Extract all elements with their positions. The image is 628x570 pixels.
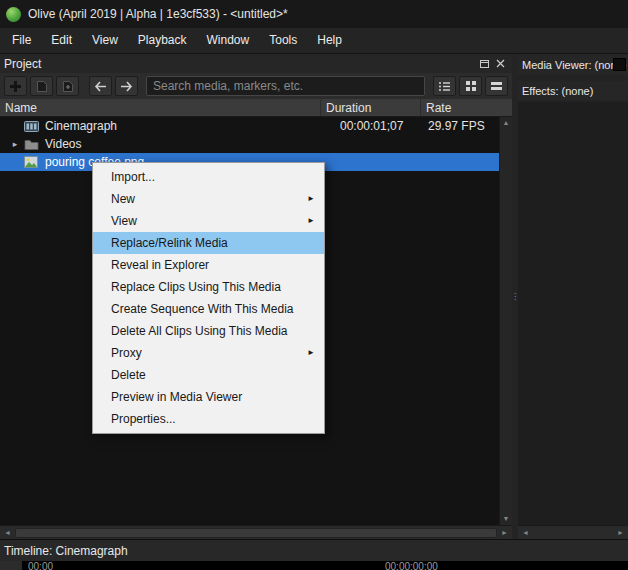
- submenu-arrow-icon: ►: [307, 217, 315, 225]
- column-header-rate[interactable]: Rate: [420, 99, 512, 116]
- window-title: Olive (April 2019 | Alpha | 1e3cf533) - …: [28, 7, 288, 21]
- file-icon: [36, 80, 48, 93]
- close-icon: [496, 59, 505, 68]
- sequence-icon: [24, 120, 39, 133]
- menu-item-preview-in-media-viewer[interactable]: Preview in Media Viewer: [93, 386, 324, 408]
- menu-item-replace-relink-media[interactable]: Replace/Relink Media: [93, 232, 324, 254]
- dock-buttons: [478, 57, 507, 70]
- project-toolbar: [0, 73, 512, 99]
- menu-item-proxy[interactable]: Proxy ►: [93, 342, 324, 364]
- forward-button[interactable]: [115, 76, 138, 96]
- name-cell: ▸ Videos: [0, 135, 320, 153]
- media-viewer-title: Media Viewer: (none): [522, 59, 626, 71]
- menu-file[interactable]: File: [2, 28, 41, 53]
- right-panel-scrollbar[interactable]: ◄ ►: [518, 525, 628, 539]
- timeline-ruler-corner: [0, 561, 22, 570]
- tree-view-button[interactable]: [433, 76, 456, 96]
- ruler-timecode-start: 00:00: [28, 561, 53, 570]
- menu-item-label: Replace/Relink Media: [111, 236, 228, 250]
- timeline-title: Timeline: Cinemagraph: [4, 544, 128, 558]
- menu-item-label: Reveal in Explorer: [111, 258, 209, 272]
- menu-item-label: Import...: [111, 170, 155, 184]
- project-panel-header: Project: [0, 54, 512, 73]
- horizontal-scrollbar[interactable]: ◄ ►: [0, 525, 512, 539]
- icon-view-button[interactable]: [459, 76, 482, 96]
- menu-item-delete-all-clips[interactable]: Delete All Clips Using This Media: [93, 320, 324, 342]
- close-panel-button[interactable]: [494, 57, 507, 70]
- arrow-right-icon: [120, 81, 133, 92]
- new-folder-button[interactable]: [56, 76, 79, 96]
- back-button[interactable]: [89, 76, 112, 96]
- menu-item-label: Preview in Media Viewer: [111, 390, 242, 404]
- arrow-left-icon: [94, 81, 107, 92]
- folder-icon: [24, 138, 39, 151]
- context-menu: Import... New ► View ► Replace/Relink Me…: [92, 162, 325, 434]
- expand-arrow[interactable]: ▸: [6, 139, 24, 149]
- menu-playback[interactable]: Playback: [128, 28, 197, 53]
- menu-item-view[interactable]: View ►: [93, 210, 324, 232]
- ruler-timecode-playhead: 00:00:00;00: [385, 561, 438, 570]
- scroll-up-icon[interactable]: ▲: [503, 119, 510, 127]
- media-row-videos[interactable]: ▸ Videos: [0, 135, 499, 153]
- float-panel-button[interactable]: [478, 57, 491, 70]
- menu-item-label: Create Sequence With This Media: [111, 302, 294, 316]
- effects-header: Effects: (none): [518, 81, 628, 100]
- plus-icon: [9, 80, 22, 93]
- name-cell: Cinemagraph: [0, 117, 320, 135]
- column-header-duration[interactable]: Duration: [320, 99, 420, 116]
- menu-item-label: Delete: [111, 368, 146, 382]
- menu-item-new[interactable]: New ►: [93, 188, 324, 210]
- menu-tools[interactable]: Tools: [259, 28, 307, 53]
- image-icon: [24, 156, 39, 169]
- menu-item-label: Proxy: [111, 346, 142, 360]
- media-viewer-body: [518, 102, 628, 525]
- search-input[interactable]: [146, 76, 425, 96]
- menu-item-create-sequence[interactable]: Create Sequence With This Media: [93, 298, 324, 320]
- menubar: File Edit View Playback Window Tools Hel…: [0, 28, 628, 54]
- submenu-arrow-icon: ►: [307, 195, 315, 203]
- menu-help[interactable]: Help: [307, 28, 352, 53]
- scroll-right-icon[interactable]: ►: [498, 527, 511, 539]
- column-header-row: Name Duration Rate: [0, 99, 512, 117]
- right-panel: Media Viewer: (none) Effects: (none) ◄ ►: [518, 54, 628, 539]
- timeline-panel-header: Timeline: Cinemagraph: [0, 539, 628, 561]
- media-viewer-close-button[interactable]: [613, 58, 626, 71]
- media-name: Cinemagraph: [45, 119, 117, 133]
- list-view-icon: [490, 81, 503, 91]
- menu-item-label: Properties...: [111, 412, 176, 426]
- menu-item-label: View: [111, 214, 137, 228]
- menu-item-import[interactable]: Import...: [93, 166, 324, 188]
- list-view-button[interactable]: [485, 76, 508, 96]
- scrollbar-thumb[interactable]: [15, 528, 497, 538]
- effects-title: Effects: (none): [522, 85, 593, 97]
- menu-view[interactable]: View: [82, 28, 128, 53]
- menu-window[interactable]: Window: [197, 28, 260, 53]
- float-icon: [480, 59, 489, 68]
- scroll-left-icon[interactable]: ◄: [1, 527, 14, 539]
- media-row-cinemagraph[interactable]: Cinemagraph 00:00:01;07 29.97 FPS: [0, 117, 499, 135]
- olive-logo-icon: [6, 7, 21, 22]
- menu-item-properties[interactable]: Properties...: [93, 408, 324, 430]
- menu-item-label: New: [111, 192, 135, 206]
- column-header-name[interactable]: Name: [0, 99, 320, 116]
- add-media-button[interactable]: [4, 76, 27, 96]
- vertical-scrollbar[interactable]: ▲ ▼: [499, 117, 512, 525]
- menu-item-replace-clips[interactable]: Replace Clips Using This Media: [93, 276, 324, 298]
- scroll-left-icon[interactable]: ◄: [519, 527, 532, 539]
- media-viewer-header: Media Viewer: (none): [518, 54, 628, 75]
- titlebar: Olive (April 2019 | Alpha | 1e3cf533) - …: [0, 0, 628, 28]
- new-item-button[interactable]: [30, 76, 53, 96]
- menu-item-delete[interactable]: Delete: [93, 364, 324, 386]
- menu-item-label: Replace Clips Using This Media: [111, 280, 281, 294]
- timeline-ruler[interactable]: 00:00 00:00:00;00: [0, 561, 628, 570]
- media-name: Videos: [45, 137, 81, 151]
- project-panel-title: Project: [4, 57, 41, 71]
- scroll-right-icon[interactable]: ►: [614, 527, 627, 539]
- media-duration: 00:00:01;07: [320, 119, 420, 133]
- menu-item-reveal-in-explorer[interactable]: Reveal in Explorer: [93, 254, 324, 276]
- file-plus-icon: [62, 80, 74, 93]
- menu-edit[interactable]: Edit: [41, 28, 82, 53]
- scroll-down-icon[interactable]: ▼: [503, 515, 510, 523]
- menu-item-label: Delete All Clips Using This Media: [111, 324, 288, 338]
- tree-view-icon: [438, 81, 451, 92]
